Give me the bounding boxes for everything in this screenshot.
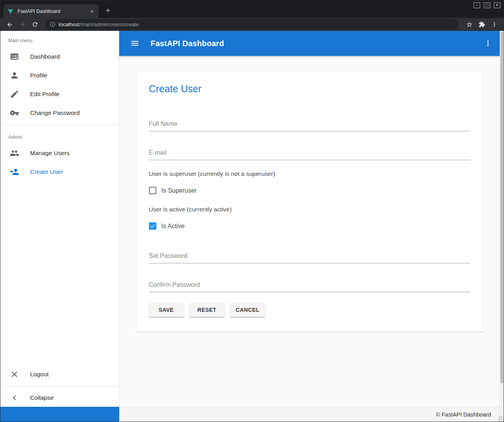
sidebar-item-label: Logout — [30, 371, 48, 378]
checkbox-unchecked-icon[interactable] — [149, 187, 156, 194]
sidebar-item-change-password[interactable]: Change Password — [0, 104, 119, 122]
appbar-overflow-menu-button[interactable] — [481, 36, 495, 50]
form-actions: SAVE RESET CANCEL — [149, 303, 470, 317]
sidebar-item-logout[interactable]: Logout — [0, 365, 119, 384]
save-button[interactable]: SAVE — [149, 303, 184, 317]
maximize-icon: ▢ — [485, 4, 489, 7]
active-hint-text: User is active (currently active) — [149, 206, 470, 213]
full-name-input[interactable] — [149, 118, 470, 131]
sidebar-item-label: Create User — [30, 168, 63, 175]
confirm-password-field-wrap — [149, 279, 470, 292]
footer-copyright: © FastAPI Dashboard — [436, 411, 491, 418]
url-bar[interactable]: localhost/main/admin/users/create — [45, 19, 459, 30]
set-password-field-wrap — [149, 250, 470, 263]
page-title: Create User — [149, 83, 470, 95]
sidebar-item-label: Collapse — [30, 394, 54, 401]
sidebar-item-dashboard[interactable]: Dashboard — [0, 47, 119, 66]
close-x-icon — [10, 370, 19, 379]
reload-button[interactable] — [29, 19, 40, 30]
app-footer: © FastAPI Dashboard — [0, 407, 504, 422]
vuetify-logo-icon — [7, 8, 14, 14]
sidebar-spacer — [0, 181, 119, 365]
person-icon — [10, 71, 19, 80]
sidebar-section-header-admin: Admin — [0, 127, 119, 144]
key-icon — [10, 108, 19, 118]
back-arrow-icon — [6, 21, 13, 28]
main-area: FastAPI Dashboard Create User — [119, 31, 504, 407]
person-add-icon — [10, 167, 19, 177]
close-icon — [90, 9, 94, 14]
reset-button[interactable]: RESET — [190, 303, 224, 317]
new-tab-button[interactable] — [102, 5, 113, 16]
star-icon — [466, 21, 473, 28]
minimize-icon: – — [476, 4, 478, 7]
tab-title: FastAPI Dashboard — [18, 9, 88, 14]
url-host: localhost — [59, 21, 79, 27]
create-user-card: Create User User is superuser (currently… — [136, 72, 483, 332]
extensions-icon — [479, 21, 485, 28]
extensions-button[interactable] — [476, 19, 487, 30]
back-button[interactable] — [4, 19, 15, 30]
sidebar-item-label: Dashboard — [30, 53, 60, 60]
sidebar-item-collapse[interactable]: Collapse — [0, 389, 119, 407]
sidebar-divider — [0, 125, 119, 125]
sidebar-item-profile[interactable]: Profile — [0, 66, 119, 85]
pencil-icon — [10, 89, 19, 99]
appbar-title: FastAPI Dashboard — [151, 39, 224, 48]
browser-window: FastAPI Dashboard – ▢ ✕ — [0, 0, 504, 422]
browser-tab[interactable]: FastAPI Dashboard — [4, 4, 99, 18]
sidebar-item-manage-users[interactable]: Manage Users — [0, 144, 119, 163]
dashboard-icon — [10, 52, 19, 61]
scrollbar-thumb[interactable] — [500, 32, 503, 383]
email-field-wrap — [149, 147, 470, 160]
confirm-password-input[interactable] — [149, 279, 470, 292]
window-controls: – ▢ ✕ — [474, 2, 500, 8]
sidebar: Main menu Dashboard Profile — [0, 31, 119, 407]
maximize-button[interactable]: ▢ — [484, 2, 490, 8]
footer-primary-block — [0, 407, 119, 422]
browser-tabstrip: FastAPI Dashboard – ▢ ✕ — [0, 0, 504, 18]
full-name-field-wrap — [149, 118, 470, 131]
checkbox-checked-icon[interactable] — [149, 222, 156, 230]
window-resize-grip[interactable] — [498, 416, 504, 422]
close-icon: ✕ — [496, 4, 499, 7]
chevron-left-icon — [10, 393, 19, 402]
cancel-button[interactable]: CANCEL — [230, 303, 265, 317]
email-input[interactable] — [149, 147, 470, 160]
more-vert-icon — [491, 21, 498, 28]
site-info-icon[interactable] — [50, 21, 56, 27]
sidebar-item-label: Edit Profile — [30, 91, 59, 98]
is-active-label: Is Active — [161, 223, 185, 230]
app-root: Main menu Dashboard Profile — [0, 31, 504, 422]
sidebar-item-label: Profile — [30, 72, 47, 79]
page-content: Create User User is superuser (currently… — [119, 56, 504, 407]
page-scrollbar[interactable] — [500, 31, 504, 422]
bookmark-button[interactable] — [464, 19, 475, 30]
forward-arrow-icon — [19, 21, 26, 28]
footer-bar: © FastAPI Dashboard — [119, 407, 504, 422]
sidebar-item-label: Manage Users — [30, 150, 70, 157]
people-icon — [10, 148, 19, 158]
sidebar-section-header-main: Main menu — [0, 31, 119, 47]
minimize-button[interactable]: – — [474, 2, 480, 8]
sidebar-divider — [0, 386, 119, 386]
set-password-input[interactable] — [149, 250, 470, 263]
reload-icon — [32, 21, 38, 28]
tab-close-button[interactable] — [88, 8, 95, 15]
hamburger-icon — [130, 39, 140, 48]
more-vert-icon — [484, 39, 492, 48]
close-button[interactable]: ✕ — [494, 2, 500, 8]
browser-toolbar: localhost/main/admin/users/create — [0, 18, 504, 31]
url-text: localhost/main/admin/users/create — [59, 21, 139, 27]
is-superuser-checkbox-row[interactable]: Is Superuser — [149, 187, 470, 194]
plus-icon — [105, 7, 111, 14]
sidebar-item-create-user[interactable]: Create User — [0, 163, 119, 181]
superuser-hint-text: User is superuser (currently is not a su… — [149, 170, 470, 177]
browser-menu-button[interactable] — [489, 19, 500, 30]
hamburger-menu-button[interactable] — [128, 36, 142, 50]
sidebar-item-edit-profile[interactable]: Edit Profile — [0, 85, 119, 104]
forward-button[interactable] — [17, 19, 28, 30]
url-path: /main/admin/users/create — [79, 21, 139, 27]
is-active-checkbox-row[interactable]: Is Active — [149, 222, 470, 230]
is-superuser-label: Is Superuser — [161, 187, 197, 194]
